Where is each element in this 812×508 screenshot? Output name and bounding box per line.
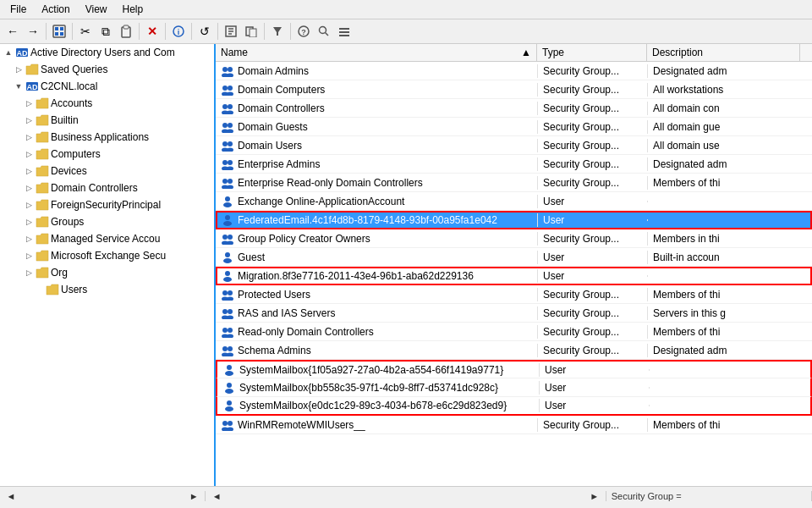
list-cell-description [649, 369, 810, 371]
refresh-button[interactable]: ↺ [195, 22, 214, 41]
list-row[interactable]: Group Policy Creator OwnersSecurity Grou… [216, 229, 812, 248]
tree-item-ms-exchange[interactable]: ▷Microsoft Exchange Secu [0, 247, 214, 264]
tree-expander-root[interactable]: ▲ [3, 47, 14, 58]
list-row[interactable]: RAS and IAS ServersSecurity Group...Serv… [216, 304, 812, 323]
forward-button[interactable]: → [24, 22, 42, 41]
tree-label-business-apps: Business Applications [51, 131, 149, 143]
list-row[interactable]: SystemMailbox{e0dc1c29-89c3-4034-b678-e6… [216, 397, 812, 416]
menu-file[interactable]: File [3, 2, 33, 17]
find-button[interactable] [315, 22, 333, 41]
list-cell-name: Domain Users [216, 138, 537, 153]
status-center: ◄ ► [206, 491, 606, 501]
list-cell-description: Members of thi [647, 176, 812, 190]
tree-expander-computers[interactable]: ▷ [24, 149, 34, 159]
tree-item-root[interactable]: ▲ADActive Directory Users and Com [0, 44, 214, 61]
row-name: Schema Admins [238, 345, 311, 356]
show-console-button[interactable] [50, 22, 69, 41]
export2-button[interactable] [242, 22, 261, 41]
list-row[interactable]: Protected UsersSecurity Group...Members … [216, 285, 812, 304]
menu-action[interactable]: Action [35, 2, 76, 17]
tree-expander-foreign-security[interactable]: ▷ [24, 200, 34, 210]
tree-expander-accounts[interactable]: ▷ [24, 98, 34, 108]
list-cell-name: Domain Controllers [216, 101, 537, 116]
copy-button[interactable]: ⧉ [96, 22, 115, 41]
tree-expander-saved-queries[interactable]: ▷ [14, 64, 24, 75]
cut-button[interactable]: ✂ [76, 22, 95, 41]
export-button[interactable] [222, 22, 240, 41]
paste-button[interactable] [117, 22, 135, 41]
tree-expander-business-apps[interactable]: ▷ [24, 132, 34, 142]
svg-point-31 [222, 86, 228, 91]
list-row[interactable]: GuestUserBuilt-in accoun [216, 248, 812, 267]
group-icon [221, 176, 234, 190]
tree-item-c2cnl[interactable]: ▼ADC2CNL.local [0, 78, 214, 95]
tree-item-builtin[interactable]: ▷Builtin [0, 112, 214, 129]
tree-item-computers[interactable]: ▷Computers [0, 146, 214, 163]
list-cell-description: All domain use [647, 139, 812, 152]
list-row[interactable]: Domain ControllersSecurity Group...All d… [216, 99, 812, 118]
svg-rect-22 [339, 35, 349, 36]
tree-expander-ms-exchange[interactable]: ▷ [24, 251, 34, 261]
menu-bar: File Action View Help [0, 0, 812, 19]
list-row[interactable]: Enterprise AdminsSecurity Group...Design… [216, 155, 812, 174]
svg-point-18 [320, 27, 326, 34]
list-row[interactable]: FederatedEmail.4c1f4d8b-8179-4148-93bf-0… [216, 211, 812, 229]
tree-expander-groups[interactable]: ▷ [24, 217, 34, 227]
list-row[interactable]: Schema AdminsSecurity Group...Designated… [216, 341, 812, 360]
list-row[interactable]: SystemMailbox{1f05a927-27a0-4b2a-a554-66… [216, 360, 812, 378]
list-row[interactable]: Exchange Online-ApplicationAccountUser [216, 192, 812, 211]
tree-expander-domain-controllers[interactable]: ▷ [24, 183, 34, 193]
list-row[interactable]: Migration.8f3e7716-2011-43e4-96b1-aba62d… [216, 267, 812, 285]
tree-item-devices[interactable]: ▷Devices [0, 163, 214, 179]
list-row[interactable]: WinRMRemoteWMIUsers__Security Group...Me… [216, 416, 812, 434]
tree-expander-managed-service[interactable]: ▷ [24, 234, 34, 244]
tree-item-business-apps[interactable]: ▷Business Applications [0, 129, 214, 146]
properties-button[interactable]: i [169, 22, 188, 41]
tree-item-users[interactable]: Users [0, 281, 214, 298]
tree-expander-users[interactable] [34, 284, 44, 295]
tree-expander-c2cnl[interactable]: ▼ [14, 81, 24, 91]
list-row[interactable]: Domain GuestsSecurity Group...All domain… [216, 118, 812, 136]
tree-expander-devices[interactable]: ▷ [24, 166, 34, 176]
status-left: ◄ ► [0, 491, 206, 501]
tree-panel[interactable]: ▲ADActive Directory Users and Com▷Saved … [0, 44, 216, 486]
tree-item-accounts[interactable]: ▷Accounts [0, 95, 214, 112]
tree-item-domain-controllers[interactable]: ▷Domain Controllers [0, 179, 214, 196]
svg-point-75 [222, 328, 228, 333]
list-cell-description: Designated adm [647, 64, 812, 78]
delete-button[interactable]: ✕ [143, 22, 162, 41]
svg-point-84 [225, 371, 233, 376]
filter-button[interactable] [268, 22, 287, 41]
folder-icon [36, 113, 49, 127]
toolbar-sep-8 [290, 23, 291, 40]
list-row[interactable]: Domain UsersSecurity Group...All domain … [216, 136, 812, 155]
tree-item-groups[interactable]: ▷Groups [0, 213, 214, 230]
svg-point-83 [227, 365, 232, 370]
extra-button[interactable] [335, 22, 354, 41]
svg-point-89 [222, 421, 228, 426]
tree-item-saved-queries[interactable]: ▷Saved Queries [0, 61, 214, 78]
back-button[interactable]: ← [3, 22, 22, 41]
list-row[interactable]: Domain AdminsSecurity Group...Designated… [216, 62, 812, 80]
col-header-name[interactable]: Name ▲ [216, 44, 537, 61]
tree-item-foreign-security[interactable]: ▷ForeignSecurityPrincipal [0, 196, 214, 213]
tree-expander-org[interactable]: ▷ [24, 268, 34, 278]
tree-expander-builtin[interactable]: ▷ [24, 115, 34, 125]
tree-item-managed-service[interactable]: ▷Managed Service Accou [0, 230, 214, 247]
list-cell-name: Domain Computers [216, 82, 537, 97]
svg-point-80 [228, 346, 233, 351]
svg-point-82 [227, 352, 233, 356]
list-panel[interactable]: Name ▲ Type Description Domain AdminsSec… [216, 44, 812, 486]
menu-help[interactable]: Help [116, 2, 151, 17]
col-header-description[interactable]: Description [647, 44, 800, 61]
svg-point-40 [228, 123, 233, 128]
list-row[interactable]: Read-only Domain ControllersSecurity Gro… [216, 323, 812, 341]
help-button[interactable]: ? [294, 22, 313, 41]
col-header-type[interactable]: Type [537, 44, 647, 61]
list-row[interactable]: Enterprise Read-only Domain ControllersS… [216, 174, 812, 192]
list-row[interactable]: SystemMailbox{bb558c35-97f1-4cb9-8ff7-d5… [216, 378, 812, 397]
menu-view[interactable]: View [79, 2, 114, 17]
tree-item-org[interactable]: ▷Org [0, 264, 214, 281]
list-cell-description [647, 219, 812, 221]
list-row[interactable]: Domain ComputersSecurity Group...All wor… [216, 80, 812, 99]
